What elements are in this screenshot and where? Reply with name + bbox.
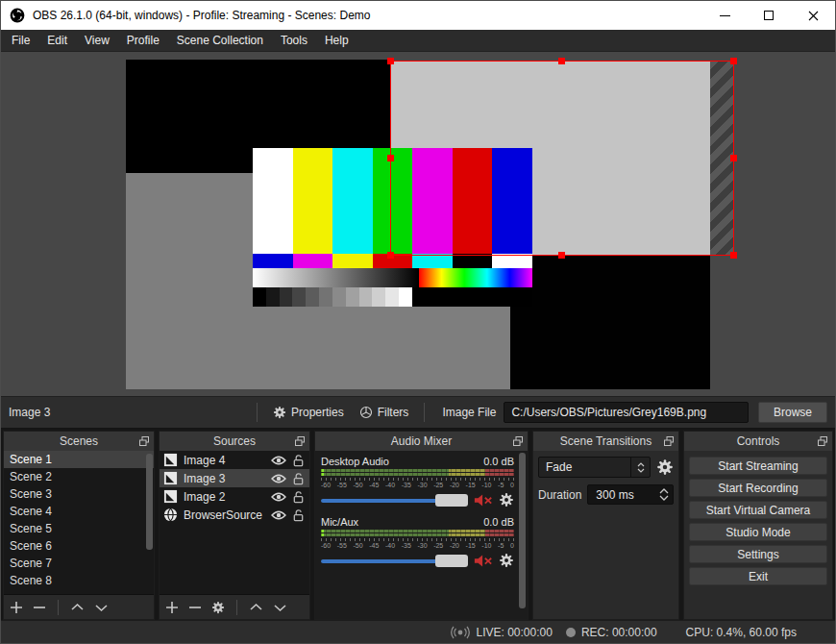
visibility-eye-icon[interactable] — [271, 509, 286, 521]
popout-icon[interactable] — [663, 435, 675, 447]
exit-button[interactable]: Exit — [689, 567, 827, 585]
studio-mode-button[interactable]: Studio Mode — [689, 523, 827, 541]
close-icon — [808, 11, 819, 21]
controls-dock-header[interactable]: Controls — [684, 432, 832, 451]
selection-handle-midright[interactable] — [730, 155, 737, 161]
preview-area[interactable] — [1, 52, 835, 396]
transitions-dock-header[interactable]: Scene Transitions — [533, 432, 678, 451]
move-source-up-button[interactable] — [249, 601, 263, 614]
move-scene-up-button[interactable] — [70, 601, 85, 614]
close-button[interactable] — [791, 1, 835, 30]
menu-tools[interactable]: Tools — [272, 30, 316, 51]
source-item[interactable]: BrowserSource — [160, 506, 309, 524]
channel-settings-gear-icon[interactable] — [499, 553, 514, 568]
source-properties-gear-button[interactable] — [211, 601, 225, 614]
selection-handle-bottomright[interactable] — [730, 252, 737, 259]
source-item-selected[interactable]: Image 3 — [160, 469, 309, 487]
chevron-down-icon — [637, 468, 645, 473]
scene-item[interactable]: Scene 7 — [4, 555, 154, 572]
volume-slider-handle[interactable] — [435, 494, 468, 507]
transitions-body: Fade Duration — [533, 451, 678, 619]
start-streaming-button[interactable]: Start Streaming — [689, 457, 827, 475]
mixer-dock-header[interactable]: Audio Mixer — [315, 432, 528, 451]
menu-view[interactable]: View — [76, 30, 118, 51]
menu-profile[interactable]: Profile — [118, 30, 168, 51]
move-source-down-button[interactable] — [273, 601, 287, 614]
source-item[interactable]: Image 4 — [160, 451, 309, 469]
mute-speaker-icon[interactable] — [474, 554, 493, 568]
visibility-eye-icon[interactable] — [271, 473, 286, 484]
maximize-icon — [764, 11, 774, 20]
mute-speaker-icon[interactable] — [474, 493, 493, 508]
minimize-button[interactable] — [702, 1, 747, 30]
scenes-dock: Scenes Scene 1 Scene 2 Scene 3 Scene 4 S… — [3, 431, 155, 620]
source-selection-box[interactable] — [390, 61, 734, 256]
start-virtual-camera-button[interactable]: Start Virtual Camera — [689, 501, 827, 519]
maximize-button[interactable] — [747, 1, 791, 30]
scene-item[interactable]: Scene 1 — [4, 451, 154, 468]
menu-scene-collection[interactable]: Scene Collection — [168, 30, 272, 51]
selection-handle-bottomleft[interactable] — [387, 252, 394, 259]
scene-item[interactable]: Scene 8 — [4, 572, 154, 589]
scenes-dock-header[interactable]: Scenes — [4, 432, 154, 451]
remove-scene-button[interactable] — [33, 601, 46, 614]
transition-properties-gear-button[interactable] — [656, 458, 674, 476]
transition-select-spinner[interactable] — [630, 458, 650, 477]
filters-button[interactable]: Filters — [352, 406, 417, 419]
duration-spinbox[interactable]: 300 ms — [587, 484, 674, 505]
move-scene-down-button[interactable] — [94, 601, 109, 614]
canvas-black-rect-bottomright[interactable] — [510, 256, 710, 389]
unlock-icon[interactable] — [292, 472, 305, 485]
add-source-button[interactable] — [165, 601, 179, 614]
popout-icon[interactable] — [512, 435, 524, 447]
scenes-scrollbar[interactable] — [146, 454, 153, 550]
globe-icon — [163, 508, 178, 522]
volume-slider[interactable] — [321, 494, 468, 507]
spin-down-icon[interactable] — [659, 495, 669, 501]
gear-icon — [273, 406, 286, 419]
image-file-input[interactable] — [504, 402, 749, 423]
popout-icon[interactable] — [138, 435, 150, 447]
unlock-icon[interactable] — [292, 490, 305, 504]
rec-status: REC: 00:00:00 — [566, 626, 657, 639]
volume-slider[interactable] — [321, 555, 468, 567]
properties-button[interactable]: Properties — [265, 406, 352, 419]
add-scene-button[interactable] — [10, 601, 23, 614]
menu-edit[interactable]: Edit — [38, 30, 76, 51]
spin-up-icon[interactable] — [659, 488, 669, 494]
scene-item[interactable]: Scene 2 — [4, 468, 154, 485]
selection-handle-topright[interactable] — [730, 58, 737, 64]
start-recording-button[interactable]: Start Recording — [689, 479, 827, 497]
transition-select[interactable]: Fade — [538, 457, 651, 478]
unlock-icon[interactable] — [292, 508, 305, 522]
chevron-up-icon — [637, 462, 645, 467]
selection-handle-topleft[interactable] — [387, 58, 394, 64]
image-icon — [163, 471, 178, 485]
popout-icon[interactable] — [294, 435, 306, 447]
scene-item[interactable]: Scene 5 — [4, 520, 154, 537]
sources-toolbar — [160, 595, 309, 619]
visibility-eye-icon[interactable] — [271, 491, 286, 503]
browse-button[interactable]: Browse — [758, 402, 827, 423]
visibility-eye-icon[interactable] — [271, 455, 286, 466]
selection-handle-topmid[interactable] — [558, 58, 565, 64]
remove-source-button[interactable] — [188, 601, 202, 614]
menu-help[interactable]: Help — [316, 30, 357, 51]
menubar: File Edit View Profile Scene Collection … — [1, 30, 835, 52]
source-item[interactable]: Image 2 — [160, 487, 309, 506]
mixer-scrollbar[interactable] — [519, 453, 526, 608]
scene-transitions-dock: Scene Transitions Fade — [532, 431, 679, 620]
settings-button[interactable]: Settings — [689, 545, 827, 563]
volume-slider-handle[interactable] — [435, 555, 468, 567]
sources-dock-header[interactable]: Sources — [160, 432, 309, 451]
selection-handle-midleft[interactable] — [387, 155, 394, 161]
selection-handle-bottommid[interactable] — [558, 252, 565, 259]
menu-file[interactable]: File — [3, 30, 38, 51]
scene-item[interactable]: Scene 4 — [4, 503, 154, 520]
channel-settings-gear-icon[interactable] — [499, 492, 514, 508]
scene-item[interactable]: Scene 3 — [4, 485, 154, 503]
channel-name: Desktop Audio — [321, 456, 389, 467]
unlock-icon[interactable] — [292, 454, 305, 467]
scene-item[interactable]: Scene 6 — [4, 537, 154, 555]
popout-icon[interactable] — [817, 435, 828, 447]
